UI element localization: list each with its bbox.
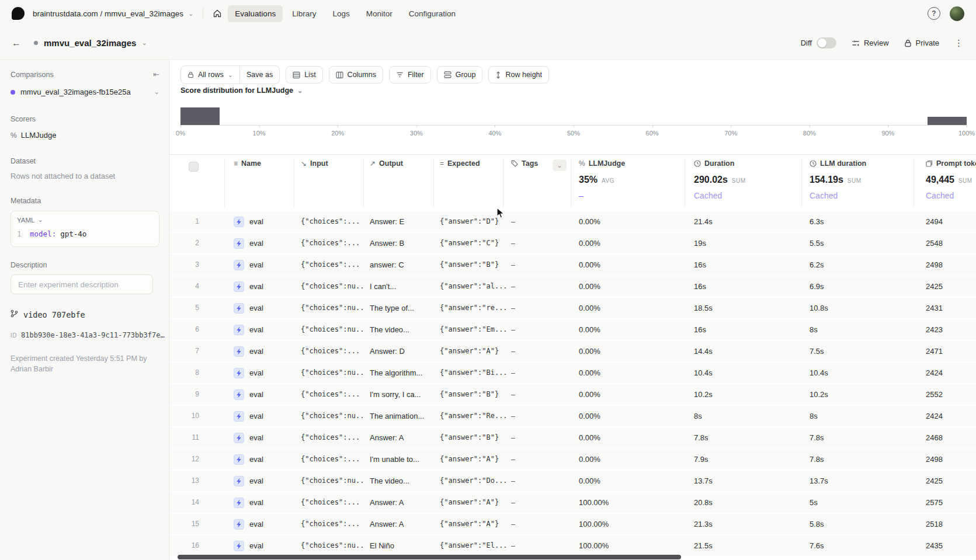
all-rows-button[interactable]: All rows ⌄: [181, 66, 239, 84]
cell-tags: –: [511, 276, 515, 297]
column-header-tags[interactable]: Tags: [511, 159, 538, 168]
axis-tick-label: 40%: [488, 130, 501, 137]
cell-score: 0.00%: [579, 406, 600, 426]
table-row[interactable]: 11eval{"choices":...Answer: A{"answer":"…: [169, 427, 976, 448]
cell-num: 11: [180, 427, 199, 448]
table-row[interactable]: 10eval{"choices":nu...The animation...{"…: [169, 406, 976, 426]
table-row[interactable]: 1eval{"choices":...Answer: E{"answer":"D…: [169, 211, 976, 232]
table-row[interactable]: 13eval{"choices":nu...The video...{"answ…: [169, 471, 976, 491]
scorer-item-llmjudge[interactable]: % LLMJudge: [11, 131, 159, 140]
cell-num: 15: [180, 514, 199, 534]
description-heading: Description: [11, 261, 159, 269]
cell-prompt_tokens: 2424: [926, 363, 943, 383]
cell-input: {"choices":...: [301, 255, 363, 275]
cell-prompt_tokens: 2498: [926, 255, 943, 275]
yaml-code-line: 1 model: gpt-4o: [17, 229, 153, 238]
list-icon: [293, 71, 300, 79]
axis-tick: [967, 125, 967, 127]
cell-expected: {"answer":"A"}: [440, 492, 508, 513]
eval-bolt-icon: [234, 368, 244, 378]
column-header-llm-duration[interactable]: LLM duration: [810, 159, 866, 168]
comparison-item[interactable]: mmvu_eval_32images-fb15e25a ⌄: [11, 88, 159, 96]
description-input[interactable]: [11, 274, 153, 294]
table-row[interactable]: 2eval{"choices":...Answer: B{"answer":"C…: [169, 233, 976, 253]
nav-tabs: Evaluations Library Logs Monitor Configu…: [228, 5, 463, 22]
horizontal-scrollbar-thumb[interactable]: [178, 555, 681, 559]
cell-name: eval: [234, 449, 263, 469]
cell-output: The video...: [370, 319, 436, 340]
table-row[interactable]: 15eval{"choices":...Answer: A{"answer":"…: [169, 514, 976, 534]
collapse-sidebar-icon[interactable]: ⇤: [153, 70, 159, 79]
tab-monitor[interactable]: Monitor: [359, 5, 400, 22]
table-row[interactable]: 4eval{"choices":nu...I can't...{"answer"…: [169, 276, 976, 297]
cell-tags: –: [511, 427, 515, 448]
small-lock-icon: [187, 71, 194, 78]
table-row[interactable]: 5eval{"choices":nu...The type of...{"ans…: [169, 298, 976, 318]
cell-duration: 20.8s: [694, 492, 713, 513]
table-row[interactable]: 7eval{"choices":...Answer: D{"answer":"A…: [169, 341, 976, 361]
cell-duration: 21.5s: [694, 535, 713, 556]
llm-duration-cached-badge: Cached: [810, 191, 838, 200]
column-header-output[interactable]: ↗ Output: [370, 159, 403, 168]
table-row[interactable]: 3eval{"choices":...answer: C{"answer":"B…: [169, 255, 976, 275]
breadcrumb[interactable]: braintrustdata.com / mmvu_eval_32images …: [33, 9, 193, 18]
back-button[interactable]: ←: [12, 38, 21, 48]
braintrust-logo[interactable]: [12, 7, 25, 20]
hidden-columns-expander[interactable]: ⌄: [553, 159, 567, 171]
row-height-button[interactable]: Row height: [488, 66, 549, 84]
column-header-prompt-tokens[interactable]: Prompt tokens: [926, 159, 976, 168]
tab-library[interactable]: Library: [285, 5, 323, 22]
home-icon[interactable]: [213, 9, 222, 18]
list-view-button[interactable]: List: [286, 66, 322, 84]
column-header-duration[interactable]: Duration: [694, 159, 734, 168]
cell-num: 5: [180, 298, 199, 318]
columns-button[interactable]: Columns: [329, 66, 383, 84]
table-row[interactable]: 6eval{"choices":nu...The video...{"answe…: [169, 319, 976, 340]
column-header-llmjudge[interactable]: % LLMJudge: [579, 159, 625, 168]
table-row[interactable]: 14eval{"choices":...Answer: A{"answer":"…: [169, 492, 976, 513]
column-header-name[interactable]: ≡ Name: [234, 159, 261, 168]
tab-logs[interactable]: Logs: [325, 5, 356, 22]
comparison-dot: [11, 90, 15, 95]
overflow-menu-icon[interactable]: ⋮: [954, 38, 963, 48]
private-button[interactable]: Private: [904, 39, 939, 47]
cell-expected: {"answer":"A"}: [440, 449, 508, 469]
cell-score: 100.00%: [579, 492, 609, 513]
cell-input: {"choices":nu...: [301, 276, 363, 297]
cell-prompt_tokens: 2575: [926, 492, 943, 513]
save-as-button[interactable]: Save as: [239, 66, 279, 84]
cell-prompt_tokens: 2494: [926, 211, 943, 232]
table-row[interactable]: 8eval{"choices":nu...The algorithm...{"a…: [169, 363, 976, 383]
experiment-id-row[interactable]: ID 81bb930e-18e3-41a3-9c11-773bb3f7e…: [11, 331, 159, 339]
cell-num: 1: [180, 211, 199, 232]
cell-tags: –: [511, 406, 515, 426]
cell-duration: 16s: [694, 319, 706, 340]
experiment-status-dot: [34, 41, 38, 45]
review-button[interactable]: Review: [852, 39, 889, 47]
axis-tick: [888, 125, 888, 127]
score-distribution-title[interactable]: Score distribution for LLMJudge ⌄: [180, 86, 303, 95]
diff-toggle[interactable]: [817, 37, 836, 48]
column-header-expected[interactable]: = Expected: [440, 159, 480, 168]
group-button[interactable]: Group: [437, 66, 483, 84]
output-arrow-icon: ↗: [370, 159, 376, 168]
table-row[interactable]: 12eval{"choices":...I'm unable to...{"an…: [169, 449, 976, 469]
column-header-input[interactable]: ↘ Input: [301, 159, 328, 168]
cell-num: 12: [180, 449, 199, 469]
table-row[interactable]: 16eval{"choices":nu...El Niño{"answer":"…: [169, 535, 976, 556]
histogram-bar-100pct[interactable]: [928, 117, 967, 125]
histogram-bar-0pct[interactable]: [180, 107, 220, 125]
tab-configuration[interactable]: Configuration: [402, 5, 463, 22]
cell-duration: 7.9s: [694, 449, 708, 469]
select-all-checkbox[interactable]: [189, 162, 199, 172]
help-icon[interactable]: ?: [928, 7, 940, 20]
table-row[interactable]: 9eval{"choices":...I'm sorry, I ca...{"a…: [169, 384, 976, 405]
filter-button[interactable]: Filter: [389, 66, 431, 84]
avatar[interactable]: [950, 6, 964, 21]
cell-input: {"choices":nu...: [301, 363, 363, 383]
yaml-format-dropdown[interactable]: YAML ⌄: [17, 216, 153, 224]
app-root: braintrustdata.com / mmvu_eval_32images …: [0, 0, 976, 560]
tab-evaluations[interactable]: Evaluations: [228, 5, 283, 22]
cell-duration: 19s: [694, 233, 706, 253]
title-chevron-down-icon[interactable]: ⌄: [141, 39, 147, 47]
